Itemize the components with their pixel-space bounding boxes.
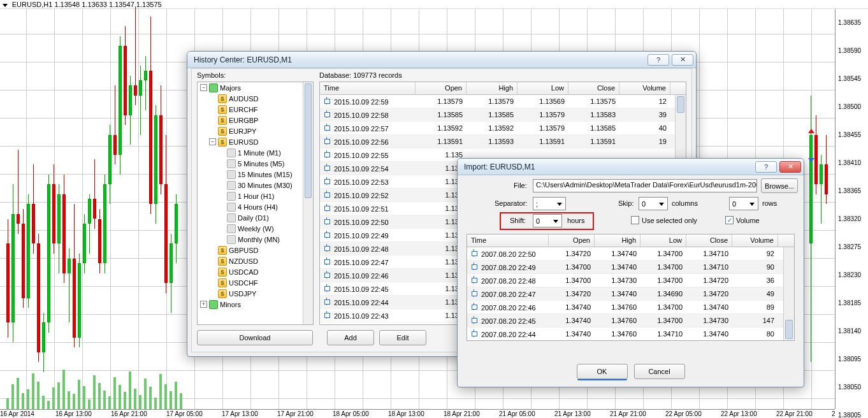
collapse-icon[interactable]: − [200, 84, 207, 91]
table-row[interactable]: 2015.10.09 22:581.135851.135851.135791.1… [320, 108, 675, 122]
close-button[interactable]: ✕ [672, 54, 693, 66]
tree-timeframe[interactable]: 30 Minutes (M30) [198, 180, 313, 191]
tree-label: 5 Minutes (M5) [238, 160, 284, 168]
grid-header[interactable]: TimeOpenHighLowCloseVolume [320, 82, 686, 95]
database-label: Database: 109773 records [319, 71, 402, 79]
col-open[interactable]: Open [416, 82, 467, 94]
table-row[interactable]: 2007.08.20 22:481.347001.347301.347001.3… [467, 274, 783, 287]
col-low[interactable]: Low [517, 82, 568, 94]
tree-timeframe[interactable]: Weekly (W) [198, 223, 313, 234]
scroll-thumb[interactable] [785, 320, 793, 339]
close-button[interactable]: ✕ [779, 161, 801, 173]
tree-label: EURUSD [229, 138, 258, 146]
col-volume[interactable]: Volume [732, 234, 778, 247]
table-row[interactable]: 2007.08.20 22:441.347401.347601.347101.3… [467, 328, 783, 340]
expand-icon[interactable]: + [200, 301, 207, 308]
tree-symbol-EURGBP[interactable]: $EURGBP [198, 115, 313, 126]
help-button[interactable]: ? [647, 54, 669, 66]
tree-timeframe[interactable]: 15 Minutes (M15) [198, 169, 313, 180]
tree-symbol-NZDUSD[interactable]: $NZDUSD [198, 256, 313, 266]
file-input[interactable]: C:\Users\Admin\Desktop\MetaTrader Data\F… [533, 179, 757, 192]
skip-columns-value: 0 [642, 200, 646, 208]
checkbox-icon: ✓ [725, 216, 734, 224]
col-low[interactable]: Low [640, 234, 686, 247]
volume-checkbox[interactable]: ✓ Volume [725, 216, 760, 224]
tree-label: EURJPY [229, 127, 256, 135]
titlebar[interactable]: History Center: EURUSD,M1 ? ✕ [187, 52, 696, 68]
tf-icon [227, 159, 236, 168]
checkbox-icon [631, 216, 639, 224]
symbols-tree[interactable]: −Majors$AUDUSD$EURCHF$EURGBP$EURJPY−$EUR… [197, 82, 314, 325]
cancel-button[interactable]: Cancel [634, 364, 685, 379]
col-close[interactable]: Close [686, 234, 732, 247]
download-button[interactable]: Download [197, 330, 313, 345]
table-row[interactable]: 2007.08.20 22:491.347001.347401.347001.3… [467, 261, 783, 274]
ok-button[interactable]: OK [577, 364, 628, 379]
tree-symbol-USDCHF[interactable]: $USDCHF [198, 277, 313, 288]
tree-scrollbar[interactable] [303, 82, 313, 324]
tree-label: 1 Hour (H1) [238, 192, 274, 200]
tree-minors[interactable]: +Minors [198, 299, 313, 310]
col-close[interactable]: Close [568, 82, 619, 94]
tree-symbol-EURCHF[interactable]: $EURCHF [198, 104, 313, 115]
bar-icon [324, 311, 330, 319]
edit-button[interactable]: Edit [379, 330, 426, 345]
skip-columns-combo[interactable]: 0 [639, 197, 668, 210]
grid-scrollbar[interactable] [783, 247, 794, 340]
scroll-thumb[interactable] [305, 83, 312, 198]
grid-body[interactable]: 2007.08.20 22:501.347201.347401.347001.3… [467, 247, 783, 340]
help-button[interactable]: ? [755, 161, 777, 173]
titlebar[interactable]: Import: EURUSD,M1 ? ✕ [458, 159, 804, 175]
skip-rows-combo[interactable]: 0 [729, 197, 758, 210]
tree-timeframe[interactable]: 5 Minutes (M5) [198, 158, 313, 169]
columns-word: columns [672, 199, 698, 207]
arrow-up-marker [808, 129, 814, 133]
chevron-down-icon [3, 4, 8, 7]
tree-symbol-USDCAD[interactable]: $USDCAD [198, 266, 313, 277]
separator-combo[interactable]: ; [533, 197, 566, 210]
table-row[interactable]: 2007.08.20 22:461.347401.347601.347001.3… [467, 301, 783, 314]
table-row[interactable]: 2007.08.20 22:501.347201.347401.347001.3… [467, 247, 783, 261]
import-window[interactable]: Import: EURUSD,M1 ? ✕ File: C:\Users\Adm… [457, 158, 804, 387]
tree-label: Daily (D1) [238, 214, 269, 222]
collapse-icon[interactable]: − [209, 138, 216, 145]
use-selected-checkbox[interactable]: Use selected only [631, 216, 697, 224]
col-volume[interactable]: Volume [619, 82, 670, 94]
tree-symbol-GBPUSD[interactable]: $GBPUSD [198, 245, 313, 256]
shift-combo[interactable]: 0 [533, 214, 562, 227]
window-title: Import: EURUSD,M1 [464, 162, 753, 171]
tree-symbol-AUDUSD[interactable]: $AUDUSD [198, 93, 313, 104]
add-button[interactable]: Add [327, 330, 374, 345]
tf-icon [227, 224, 236, 233]
col-time[interactable]: Time [467, 234, 549, 247]
tree-timeframe[interactable]: Daily (D1) [198, 212, 313, 223]
bar-icon [471, 289, 477, 297]
tree-timeframe[interactable]: 1 Minute (M1) [198, 147, 313, 158]
col-time[interactable]: Time [320, 82, 416, 94]
tree-symbol-USDJPY[interactable]: $USDJPY [198, 288, 313, 299]
table-row[interactable]: 2015.10.09 22:561.135911.135931.135911.1… [320, 135, 675, 148]
tree-majors[interactable]: −Majors [198, 82, 313, 93]
tree-timeframe[interactable]: 1 Hour (H1) [198, 191, 313, 201]
skip-rows-value: 0 [732, 200, 736, 208]
col-open[interactable]: Open [549, 234, 595, 247]
table-row[interactable]: 2015.10.09 22:571.135921.135921.135791.1… [320, 122, 675, 135]
table-row[interactable]: 2007.08.20 22:471.347201.347401.346901.3… [467, 287, 783, 301]
tree-symbol-EURUSD[interactable]: −$EURUSD [198, 136, 313, 147]
rows-word: rows [762, 199, 777, 207]
table-row[interactable]: 2007.08.20 22:451.347401.347601.347001.3… [467, 314, 783, 328]
import-grid[interactable]: TimeOpenHighLowCloseVolume 2007.08.20 22… [467, 234, 795, 341]
tree-symbol-EURJPY[interactable]: $EURJPY [198, 126, 313, 136]
scroll-thumb[interactable] [677, 96, 684, 113]
col-high[interactable]: High [467, 82, 517, 94]
table-row[interactable]: 2015.10.09 22:591.135791.135791.135691.1… [320, 95, 675, 108]
col-high[interactable]: High [595, 234, 640, 247]
tree-label: NZDUSD [229, 257, 258, 265]
bar-icon [324, 177, 330, 185]
sym-icon: $ [218, 127, 227, 136]
grid-header[interactable]: TimeOpenHighLowCloseVolume [467, 234, 794, 247]
tree-timeframe[interactable]: 4 Hours (H4) [198, 201, 313, 212]
bar-icon [324, 97, 330, 104]
tree-timeframe[interactable]: Monthly (MN) [198, 234, 313, 245]
browse-button[interactable]: Browse... [761, 178, 798, 193]
